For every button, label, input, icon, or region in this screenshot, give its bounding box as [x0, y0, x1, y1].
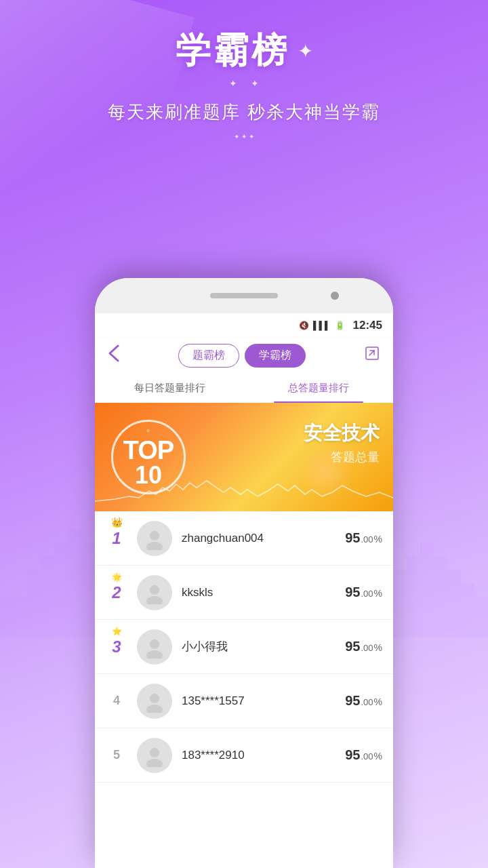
- rank-position-1: 1: [106, 529, 127, 548]
- share-button[interactable]: [361, 342, 384, 369]
- tab-xueba[interactable]: 学霸榜: [245, 344, 306, 368]
- score-unit-3: %: [374, 642, 382, 653]
- rank-position-5: 5: [106, 748, 127, 762]
- subtab-daily[interactable]: 每日答题量排行: [95, 373, 244, 403]
- rank-name-3: 小小得我: [182, 639, 345, 654]
- score-main-5: 95: [345, 747, 360, 763]
- score-main-3: 95: [345, 639, 360, 654]
- score-main-1: 95: [345, 530, 360, 546]
- table-row: 🌟 2 kkskls 95 .00 %: [95, 566, 393, 620]
- subtab-total[interactable]: 总答题量排行: [244, 373, 393, 403]
- avatar-1: [137, 521, 172, 556]
- rank-position-3: 3: [106, 637, 127, 656]
- mute-icon: 🔇: [299, 321, 309, 330]
- header-subtitle: 每天来刷准题库 秒杀大神当学霸: [0, 100, 488, 124]
- score-unit-4: %: [374, 696, 382, 707]
- score-main-2: 95: [345, 585, 360, 600]
- score-unit-5: %: [374, 751, 382, 762]
- banner-wave: [95, 471, 393, 511]
- svg-point-2: [150, 531, 159, 540]
- rankings-list: 👑 1 zhangchuan004 95 .00 %: [95, 511, 393, 868]
- rank-score-4: 95 .00 %: [345, 693, 382, 709]
- crown-icon-2: 🌟: [112, 572, 122, 582]
- status-icons: 🔇 ▌▌▌ 🔋 12:45: [299, 319, 382, 332]
- crown-icon-3: ⭐: [112, 627, 122, 636]
- score-decimal-2: .00: [361, 589, 373, 599]
- table-row: ⭐ 3 小小得我 95 .00 %: [95, 620, 393, 674]
- banner-info: 安全技术 答题总量: [304, 420, 380, 465]
- header-section: 学霸榜 ✦ ✦ ✦ 每天来刷准题库 秒杀大神当学霸 ✦ ✦ ✦: [0, 27, 488, 142]
- page-title: 学霸榜: [176, 27, 289, 75]
- sparkle-mid: ✦: [251, 78, 259, 89]
- rank-name-2: kkskls: [182, 586, 345, 599]
- banner-category: 安全技术: [304, 420, 380, 446]
- rank-number-2: 🌟 2: [106, 583, 127, 602]
- svg-point-9: [146, 705, 163, 713]
- banner: ° TOP 10 安全技术 答题总量: [95, 403, 393, 511]
- rank-name-4: 135****1557: [182, 694, 345, 708]
- sparkle-bottom: ✦ ✦ ✦: [234, 133, 254, 140]
- sub-tabs: 每日答题量排行 总答题量排行: [95, 373, 393, 403]
- svg-point-3: [146, 542, 163, 550]
- status-time: 12:45: [353, 319, 382, 332]
- svg-point-8: [150, 694, 159, 703]
- svg-point-11: [146, 759, 163, 767]
- avatar-4: [137, 684, 172, 719]
- phone-notch: [95, 278, 393, 313]
- score-decimal-4: .00: [361, 697, 373, 707]
- rank-name-1: zhangchuan004: [182, 532, 345, 545]
- score-decimal-1: .00: [361, 534, 373, 545]
- svg-line-1: [369, 351, 374, 355]
- rank-number-4: 4: [106, 694, 127, 708]
- table-row: 4 135****1557 95 .00 %: [95, 674, 393, 728]
- svg-point-10: [150, 748, 159, 757]
- rank-score-1: 95 .00 %: [345, 530, 382, 546]
- sparkle-left: ✦: [229, 78, 237, 89]
- table-row: 5 183****2910 95 .00 %: [95, 728, 393, 783]
- rank-score-3: 95 .00 %: [345, 639, 382, 654]
- nav-bar: 题霸榜 学霸榜: [95, 338, 393, 373]
- rank-score-5: 95 .00 %: [345, 747, 382, 763]
- rank-name-5: 183****2910: [182, 749, 345, 762]
- tab-tiba[interactable]: 题霸榜: [178, 344, 239, 368]
- avatar-3: [137, 629, 172, 665]
- rank-number-3: ⭐ 3: [106, 637, 127, 656]
- score-decimal-5: .00: [361, 751, 373, 762]
- svg-point-4: [150, 585, 159, 595]
- phone-speaker: [210, 293, 278, 298]
- avatar-2: [137, 575, 172, 610]
- crown-icon-1: 👑: [111, 517, 123, 528]
- phone-frame: 🔇 ▌▌▌ 🔋 12:45 题霸榜 学霸榜: [95, 278, 393, 868]
- phone-camera: [331, 292, 339, 300]
- svg-point-5: [146, 596, 163, 604]
- score-unit-2: %: [374, 588, 382, 599]
- back-button[interactable]: [104, 340, 123, 370]
- score-unit-1: %: [374, 534, 382, 545]
- score-decimal-3: .00: [361, 643, 373, 653]
- avatar-5: [137, 738, 172, 773]
- rank-position-2: 2: [106, 583, 127, 602]
- signal-icon: ▌▌▌: [313, 321, 331, 330]
- top-text: TOP: [123, 437, 174, 463]
- banner-label: 答题总量: [304, 449, 380, 465]
- nav-tabs: 题霸榜 学霸榜: [123, 344, 361, 368]
- score-main-4: 95: [345, 693, 360, 709]
- svg-point-7: [146, 650, 163, 658]
- app-screen: 🔇 ▌▌▌ 🔋 12:45 题霸榜 学霸榜: [95, 313, 393, 868]
- status-bar: 🔇 ▌▌▌ 🔋 12:45: [95, 313, 393, 338]
- rank-number-1: 👑 1: [106, 529, 127, 548]
- svg-point-6: [150, 639, 159, 649]
- table-row: 👑 1 zhangchuan004 95 .00 %: [95, 511, 393, 566]
- battery-icon: 🔋: [335, 321, 345, 330]
- rank-score-2: 95 .00 %: [345, 585, 382, 600]
- rank-position-4: 4: [106, 694, 127, 708]
- rank-number-5: 5: [106, 748, 127, 762]
- star-icon: ✦: [298, 40, 313, 62]
